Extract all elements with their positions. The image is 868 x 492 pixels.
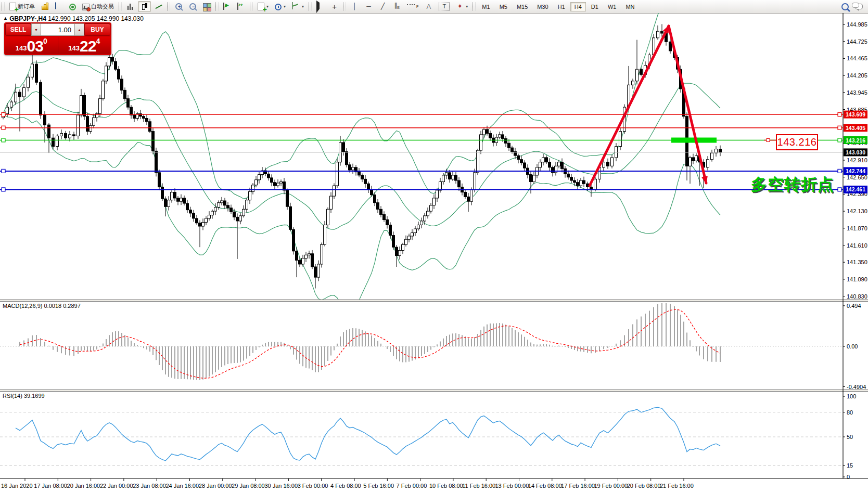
time-label: 13 Feb 00:00 — [495, 483, 529, 489]
timeframe-h1[interactable]: H1 — [554, 2, 569, 11]
auto-trading-label: 自动交易 — [91, 3, 114, 10]
time-label: 19 Feb 00:00 — [594, 483, 628, 489]
line-handle[interactable] — [2, 113, 5, 116]
horizontal-line-tool[interactable]: ─ — [362, 1, 375, 12]
pane-separator[interactable] — [0, 390, 868, 392]
indicators-button[interactable]: ▾ — [289, 1, 307, 12]
arrows-tool[interactable]: ✦ ▾ — [453, 1, 470, 12]
chart-objects[interactable] — [0, 24, 843, 191]
gold-bars-icon — [41, 3, 49, 10]
clock-icon — [275, 4, 282, 10]
volume-decrease-button[interactable]: ▼ — [31, 23, 41, 36]
new-chart-icon — [258, 3, 264, 10]
rsi-tick-label: 15 — [847, 462, 853, 469]
timeframe-mn[interactable]: MN — [621, 2, 639, 11]
time-label: 10 Feb 08:00 — [429, 483, 463, 489]
trendline-tool[interactable]: ╱ — [376, 1, 389, 12]
toolbar-grip[interactable] — [167, 2, 170, 11]
price-tick-label: 141.090 — [847, 276, 867, 282]
chart-title: ▲ GBPJPY-,H4 142.990 143.205 142.990 143… — [3, 15, 144, 22]
time-label: 23 Jan 08:00 — [133, 483, 166, 489]
toolbar-grip[interactable] — [343, 2, 346, 11]
price-tick-label: 140.830 — [847, 293, 867, 300]
buy-price-big: 22 — [80, 39, 96, 54]
timeframe-d1[interactable]: D1 — [587, 2, 603, 11]
timeframe-h4[interactable]: H4 — [570, 2, 586, 11]
chart-ohlc: 142.990 143.205 142.990 143.030 — [48, 15, 144, 22]
chart-canvas[interactable]: 144.985144.725144.465144.205143.945143.6… — [0, 13, 868, 492]
turning-point-annotation[interactable]: 多空转折点 — [751, 174, 834, 196]
toolbar-grip[interactable] — [309, 2, 312, 11]
line-handle[interactable] — [2, 188, 5, 191]
timeframe-w1[interactable]: W1 — [604, 2, 621, 11]
fibonacci-tool[interactable]: F — [404, 1, 421, 12]
market-watch-button[interactable] — [39, 1, 52, 12]
line-handle[interactable] — [838, 188, 841, 191]
sell-price[interactable]: 143030 — [5, 37, 58, 54]
tile-windows-button[interactable] — [200, 1, 213, 12]
line-handle[interactable] — [2, 169, 5, 173]
toolbar-grip[interactable] — [250, 2, 253, 11]
signals-button[interactable] — [67, 1, 79, 12]
toolbar-grip[interactable] — [2, 2, 5, 11]
search-icon[interactable] — [841, 3, 849, 10]
toolbar-grip[interactable] — [215, 2, 219, 11]
timeframe-m1[interactable]: M1 — [478, 2, 494, 11]
bollinger-band-line — [3, 83, 720, 229]
chat-icon[interactable] — [855, 4, 863, 9]
price-tick-label: 141.610 — [847, 242, 867, 249]
timeframe-m15[interactable]: M15 — [513, 2, 532, 11]
timeframe-group: M1M5M15M30H1H4D1W1MN — [477, 2, 639, 11]
price-annotation-tag[interactable]: 143.216 — [776, 134, 818, 150]
terminal-button[interactable] — [53, 1, 66, 12]
buy-price[interactable]: 143224 — [58, 37, 111, 54]
auto-trading-button[interactable]: 自动交易 — [80, 1, 117, 12]
arrows-icon: ✦ — [456, 3, 464, 10]
timeframe-m5[interactable]: M5 — [495, 2, 512, 11]
line-handle[interactable] — [838, 126, 841, 130]
toolbar-grip[interactable] — [119, 2, 122, 11]
auto-scroll-icon: ▶ — [223, 3, 224, 10]
price-level-chip-label: 142.744 — [846, 168, 865, 174]
zoom-out-button[interactable]: − — [186, 1, 199, 12]
trend-arrow-line[interactable] — [590, 26, 669, 186]
macd-tick-label: 0.494 — [847, 303, 861, 309]
candlestick-mode-button[interactable] — [138, 1, 151, 12]
vertical-line-tool[interactable]: │ — [348, 1, 361, 12]
auto-scroll-button[interactable]: ▶ — [221, 1, 234, 12]
line-handle[interactable] — [838, 138, 841, 142]
price-tick-label: 142.910 — [847, 157, 867, 163]
toolbar-grip[interactable] — [473, 2, 476, 11]
line-handle[interactable] — [2, 138, 5, 142]
line-handle[interactable] — [838, 169, 841, 173]
highlight-bar[interactable] — [671, 138, 717, 143]
new-order-button[interactable]: 新订单 — [7, 1, 37, 12]
line-chart-mode-button[interactable] — [152, 1, 165, 12]
text-tool[interactable]: A — [422, 1, 435, 12]
line-handle[interactable] — [767, 139, 770, 142]
zoom-in-icon: + — [175, 3, 182, 10]
profiles-button[interactable]: ▾ — [272, 2, 288, 12]
sell-button[interactable]: SELL — [5, 23, 31, 36]
timeframe-m30[interactable]: M30 — [533, 2, 552, 11]
time-label: 14 Feb 08:00 — [528, 483, 562, 489]
sell-price-prefix: 143 — [16, 43, 27, 54]
chart-shift-button[interactable]: ↣ — [235, 1, 248, 12]
new-chart-button[interactable]: ▾ — [255, 1, 271, 12]
channel-tool[interactable]: ∥E — [390, 0, 403, 13]
label-tool[interactable]: T — [436, 1, 452, 12]
auto-trading-icon — [82, 4, 90, 10]
candles — [2, 24, 722, 288]
crosshair-tool-button[interactable]: + — [328, 1, 341, 12]
time-label: 30 Jan 16:00 — [264, 483, 298, 489]
cursor-tool-button[interactable] — [314, 1, 327, 12]
candlestick-icon — [141, 3, 148, 10]
line-handle[interactable] — [838, 113, 841, 116]
bar-chart-mode-button[interactable] — [124, 1, 137, 12]
zoom-in-button[interactable]: + — [172, 1, 185, 12]
volume-increase-button[interactable]: ▲ — [74, 23, 84, 36]
time-label: 21 Feb 16:00 — [660, 483, 694, 489]
pane-separator[interactable] — [0, 300, 868, 302]
collapse-panel-icon[interactable]: ▲ — [3, 16, 8, 21]
line-handle[interactable] — [2, 126, 5, 130]
